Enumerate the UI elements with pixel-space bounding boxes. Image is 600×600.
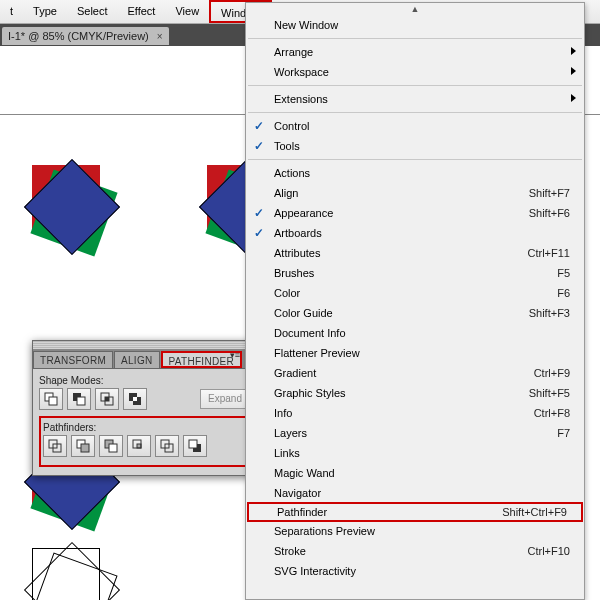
menu-navigator[interactable]: Navigator — [246, 483, 584, 503]
document-tab-label: I-1* @ 85% (CMYK/Preview) — [8, 30, 149, 42]
menu-label: Brushes — [274, 267, 557, 279]
unite-button[interactable] — [39, 388, 63, 410]
menu-layers[interactable]: LayersF7 — [246, 423, 584, 443]
menu-label: Navigator — [274, 487, 570, 499]
svg-rect-1 — [49, 397, 57, 405]
menu-item-effect[interactable]: Effect — [118, 0, 166, 23]
minus-front-button[interactable] — [67, 388, 91, 410]
crop-button[interactable] — [127, 435, 151, 457]
menu-label: Artboards — [274, 227, 570, 239]
shape-outline-group[interactable] — [20, 544, 130, 600]
menu-shortcut: Ctrl+F9 — [534, 367, 570, 379]
menu-shortcut: F6 — [557, 287, 570, 299]
menu-label: Arrange — [274, 46, 570, 58]
menu-label: Color Guide — [274, 307, 529, 319]
menu-label: Tools — [274, 140, 570, 152]
menu-item-type[interactable]: Type — [23, 0, 67, 23]
menu-item-partial[interactable]: t — [0, 0, 23, 23]
panel-tabs: TRANSFORM ALIGN PATHFINDER — [33, 349, 256, 369]
menu-label: Separations Preview — [274, 525, 570, 537]
menu-item-select[interactable]: Select — [67, 0, 118, 23]
shape-group-1[interactable] — [20, 161, 130, 271]
menu-label: Appearance — [274, 207, 529, 219]
menu-label: Graphic Styles — [274, 387, 529, 399]
menu-separator — [248, 112, 582, 113]
document-tab[interactable]: I-1* @ 85% (CMYK/Preview) × — [2, 27, 169, 45]
divide-button[interactable] — [43, 435, 67, 457]
menu-item-view[interactable]: View — [165, 0, 209, 23]
menu-label: New Window — [274, 19, 570, 31]
menu-shortcut: Shift+F7 — [529, 187, 570, 199]
menu-label: Workspace — [274, 66, 570, 78]
pathfinder-panel[interactable]: ▾≡ x TRANSFORM ALIGN PATHFINDER Shape Mo… — [32, 340, 257, 476]
svg-rect-9 — [133, 397, 137, 401]
minus-back-button[interactable] — [183, 435, 207, 457]
menu-control[interactable]: Control — [246, 116, 584, 136]
outline-button[interactable] — [155, 435, 179, 457]
menu-brushes[interactable]: BrushesF5 — [246, 263, 584, 283]
exclude-button[interactable] — [123, 388, 147, 410]
menu-attributes[interactable]: AttributesCtrl+F11 — [246, 243, 584, 263]
menu-label: Links — [274, 447, 570, 459]
menu-document-info[interactable]: Document Info — [246, 323, 584, 343]
menu-separator — [248, 85, 582, 86]
menu-appearance[interactable]: AppearanceShift+F6 — [246, 203, 584, 223]
menu-shortcut: Ctrl+F8 — [534, 407, 570, 419]
svg-rect-21 — [189, 440, 197, 448]
menu-svg-interactivity[interactable]: SVG Interactivity — [246, 561, 584, 581]
expand-button[interactable]: Expand — [200, 389, 250, 409]
menu-label: Extensions — [274, 93, 570, 105]
menu-label: Align — [274, 187, 529, 199]
pathfinders-label: Pathfinders: — [43, 422, 246, 433]
menu-shortcut: Shift+F6 — [529, 207, 570, 219]
menu-label: Gradient — [274, 367, 534, 379]
menu-flattener-preview[interactable]: Flattener Preview — [246, 343, 584, 363]
menu-shortcut: Shift+F5 — [529, 387, 570, 399]
menu-magic-wand[interactable]: Magic Wand — [246, 463, 584, 483]
menu-label: SVG Interactivity — [274, 565, 570, 577]
menu-label: Magic Wand — [274, 467, 570, 479]
intersect-button[interactable] — [95, 388, 119, 410]
menu-info[interactable]: InfoCtrl+F8 — [246, 403, 584, 423]
menu-shortcut: F7 — [557, 427, 570, 439]
merge-button[interactable] — [99, 435, 123, 457]
panel-body: Shape Modes: Expand Pathfinders: — [33, 369, 256, 475]
pathfinders-row — [43, 435, 246, 457]
menu-new-window[interactable]: New Window — [246, 15, 584, 35]
tab-transform[interactable]: TRANSFORM — [33, 351, 113, 368]
menu-workspace[interactable]: Workspace — [246, 62, 584, 82]
menu-actions[interactable]: Actions — [246, 163, 584, 183]
tab-align[interactable]: ALIGN — [114, 351, 160, 368]
menu-separations-preview[interactable]: Separations Preview — [246, 521, 584, 541]
menu-label: Color — [274, 287, 557, 299]
pathfinders-group: Pathfinders: — [39, 416, 250, 467]
close-icon[interactable]: × — [157, 31, 163, 42]
menu-graphic-styles[interactable]: Graphic StylesShift+F5 — [246, 383, 584, 403]
menu-tools[interactable]: Tools — [246, 136, 584, 156]
shape-modes-row: Expand — [39, 388, 250, 410]
menu-shortcut: Ctrl+F10 — [528, 545, 571, 557]
svg-rect-6 — [105, 397, 109, 401]
menu-label: Control — [274, 120, 570, 132]
menu-color-guide[interactable]: Color GuideShift+F3 — [246, 303, 584, 323]
menu-separator — [248, 159, 582, 160]
menu-gradient[interactable]: GradientCtrl+F9 — [246, 363, 584, 383]
menu-arrange[interactable]: Arrange — [246, 42, 584, 62]
panel-titlebar[interactable] — [33, 341, 256, 349]
menu-color[interactable]: ColorF6 — [246, 283, 584, 303]
trim-button[interactable] — [71, 435, 95, 457]
menu-label: Attributes — [274, 247, 528, 259]
scroll-up-arrow-icon[interactable]: ▲ — [246, 3, 584, 15]
panel-menu-icon[interactable]: ▾≡ — [230, 350, 240, 360]
window-menu-dropdown: ▲ New Window Arrange Workspace Extension… — [245, 2, 585, 600]
svg-rect-3 — [77, 397, 85, 405]
submenu-arrow-icon — [571, 67, 576, 75]
menu-pathfinder[interactable]: PathfinderShift+Ctrl+F9 — [247, 502, 583, 522]
menu-artboards[interactable]: Artboards — [246, 223, 584, 243]
shape-modes-label: Shape Modes: — [39, 375, 250, 386]
menu-stroke[interactable]: StrokeCtrl+F10 — [246, 541, 584, 561]
menu-align[interactable]: AlignShift+F7 — [246, 183, 584, 203]
menu-links[interactable]: Links — [246, 443, 584, 463]
menu-extensions[interactable]: Extensions — [246, 89, 584, 109]
svg-rect-13 — [81, 444, 89, 452]
